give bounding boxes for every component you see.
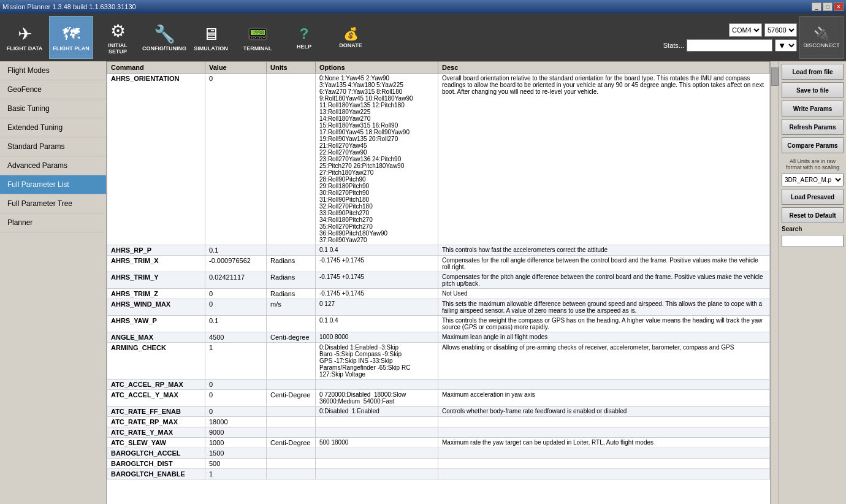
table-row[interactable]: AHRS_TRIM_X-0.000976562Radians-0.1745 +0… (107, 256, 770, 272)
param-value[interactable]: 4500 (205, 332, 267, 343)
table-row[interactable]: AHRS_ORIENTATION00:None 1:Yaw45 2:Yaw90 … (107, 74, 770, 245)
initial-setup-icon: ⚙ (110, 21, 126, 41)
param-value[interactable]: 0 (205, 407, 267, 417)
param-table-container[interactable]: Command Value Units Options Desc AHRS_OR… (107, 61, 770, 504)
search-input[interactable] (782, 235, 844, 247)
disconnect-button[interactable]: 🔌 DISCONNECT (799, 16, 844, 59)
table-row[interactable]: AHRS_WIND_MAX0m/s0 127This sets the maxi… (107, 299, 770, 316)
toolbar-help[interactable]: ? HELP (282, 16, 326, 59)
toolbar-flight-data-label: FLIGHT DATA (7, 45, 43, 52)
param-desc (438, 427, 770, 438)
sidebar-item-advanced-params[interactable]: Advanced Params (0, 156, 106, 175)
param-options: 0:Disabled 1:Enabled -3:Skip Baro -5:Ski… (316, 343, 438, 380)
load-presaved-button[interactable]: Load Presaved (782, 189, 844, 205)
sidebar-item-planner[interactable]: Planner (0, 213, 106, 232)
sidebar-item-full-parameter-list[interactable]: Full Parameter List (0, 175, 106, 194)
compare-params-button[interactable]: Compare Params (782, 137, 844, 153)
param-desc: Controls whether body-frame rate feedfow… (438, 407, 770, 417)
refresh-params-button[interactable]: Refresh Params (782, 119, 844, 135)
table-row[interactable]: BAROGLTCH_ACCEL1500 (107, 448, 770, 459)
param-value[interactable]: 0 (205, 74, 267, 245)
sidebar-item-extended-tuning[interactable]: Extended Tuning (0, 118, 106, 137)
table-row[interactable]: ARMING_CHECK10:Disabled 1:Enabled -3:Ski… (107, 343, 770, 380)
main-layout: Flight Modes GeoFence Basic Tuning Exten… (0, 61, 846, 504)
table-row[interactable]: AHRS_TRIM_Z0Radians-0.1745 +0.1745Not Us… (107, 289, 770, 299)
param-options (316, 427, 438, 438)
reset-to-default-button[interactable]: Reset to Default (782, 207, 844, 223)
toolbar-flight-plan[interactable]: 🗺 FLIGHT PLAN (49, 16, 93, 59)
param-options: 0 127 (316, 299, 438, 316)
toolbar-terminal[interactable]: 📟 TERMINAL (235, 16, 280, 59)
table-row[interactable]: AHRS_YAW_P0.10.1 0.4This controls the we… (107, 316, 770, 332)
param-command: ATC_ACCEL_RP_MAX (107, 380, 205, 390)
param-value[interactable]: 500 (205, 459, 267, 469)
disconnect-label: DISCONNECT (803, 42, 840, 48)
load-from-file-button[interactable]: Load from file (782, 64, 844, 80)
header-units: Units (267, 62, 316, 74)
toolbar-initial-setup[interactable]: ⚙ INITIAL SETUP (96, 16, 140, 59)
param-command: ARMING_CHECK (107, 343, 205, 380)
scrollbar[interactable] (770, 61, 779, 504)
param-value[interactable]: 18000 (205, 417, 267, 427)
sidebar-item-basic-tuning[interactable]: Basic Tuning (0, 99, 106, 118)
param-value[interactable]: 0 (205, 289, 267, 299)
table-row[interactable]: ATC_RATE_FF_ENAB00:Disabled 1:EnabledCon… (107, 407, 770, 417)
minimize-button[interactable]: _ (812, 2, 821, 11)
close-button[interactable]: ✕ (834, 2, 844, 11)
toolbar-config-tuning-label: CONFIG/TUNING (142, 45, 186, 52)
param-options: -0.1745 +0.1745 (316, 256, 438, 272)
param-value[interactable]: 0 (205, 299, 267, 316)
maximize-button[interactable]: □ (823, 2, 833, 11)
save-to-file-button[interactable]: Save to file (782, 82, 844, 98)
toolbar-config-tuning[interactable]: 🔧 CONFIG/TUNING (142, 16, 186, 59)
profile-select[interactable]: 3DR_AERO_M.p (782, 173, 844, 186)
param-value[interactable]: 1000 (205, 438, 267, 448)
toolbar-simulation[interactable]: 🖥 SIMULATION (189, 16, 233, 59)
param-options (316, 448, 438, 459)
stats-input[interactable] (687, 39, 772, 52)
param-value[interactable]: -0.000976562 (205, 256, 267, 272)
sidebar: Flight Modes GeoFence Basic Tuning Exten… (0, 61, 107, 504)
table-row[interactable]: ATC_SLEW_YAW1000Centi-Degree500 18000Max… (107, 438, 770, 448)
toolbar: ✈ FLIGHT DATA 🗺 FLIGHT PLAN ⚙ INITIAL SE… (0, 13, 846, 61)
table-row[interactable]: ATC_ACCEL_Y_MAX0Centi-Degree0 720000:Dis… (107, 390, 770, 407)
table-row[interactable]: BAROGLTCH_ENABLE1 (107, 469, 770, 479)
content-area: Command Value Units Options Desc AHRS_OR… (107, 61, 779, 504)
param-desc: Allows enabling or disabling of pre-armi… (438, 343, 770, 380)
search-label: Search (782, 226, 844, 232)
param-value[interactable]: 0 (205, 390, 267, 407)
stats-dropdown[interactable]: ▼ (775, 39, 797, 52)
table-row[interactable]: ATC_RATE_RP_MAX18000 (107, 417, 770, 427)
param-value[interactable]: 0 (205, 380, 267, 390)
param-value[interactable]: 0.1 (205, 316, 267, 332)
param-value[interactable]: 1500 (205, 448, 267, 459)
param-command: BAROGLTCH_ENABLE (107, 469, 205, 479)
param-value[interactable]: 0.02421117 (205, 272, 267, 289)
param-desc: Maximum rate the yaw target can be updat… (438, 438, 770, 448)
param-command: ANGLE_MAX (107, 332, 205, 343)
sidebar-item-full-parameter-tree[interactable]: Full Parameter Tree (0, 194, 106, 213)
table-row[interactable]: AHRS_RP_P0.10.1 0.4This controls how fas… (107, 245, 770, 256)
param-value[interactable]: 9000 (205, 427, 267, 438)
scrollbar-thumb[interactable] (771, 67, 779, 86)
com-port-select[interactable]: COM4 (729, 23, 762, 37)
param-desc: Not Used (438, 289, 770, 299)
config-tuning-icon: 🔧 (154, 24, 175, 44)
sidebar-item-flight-modes[interactable]: Flight Modes (0, 61, 106, 80)
param-value[interactable]: 1 (205, 343, 267, 380)
table-row[interactable]: ANGLE_MAX4500Centi-degree1000 8000Maximu… (107, 332, 770, 343)
toolbar-flight-data[interactable]: ✈ FLIGHT DATA (2, 16, 47, 59)
toolbar-donate[interactable]: 💰 DONATE (329, 16, 373, 59)
param-units: Radians (267, 256, 316, 272)
param-command: BAROGLTCH_DIST (107, 459, 205, 469)
write-params-button[interactable]: Write Params (782, 101, 844, 116)
param-value[interactable]: 1 (205, 469, 267, 479)
baud-rate-select[interactable]: 57600 (764, 23, 797, 37)
param-value[interactable]: 0.1 (205, 245, 267, 256)
table-row[interactable]: ATC_RATE_Y_MAX9000 (107, 427, 770, 438)
table-row[interactable]: ATC_ACCEL_RP_MAX0 (107, 380, 770, 390)
table-row[interactable]: BAROGLTCH_DIST500 (107, 459, 770, 469)
table-row[interactable]: AHRS_TRIM_Y0.02421117Radians-0.1745 +0.1… (107, 272, 770, 289)
sidebar-item-geofence[interactable]: GeoFence (0, 80, 106, 99)
sidebar-item-standard-params[interactable]: Standard Params (0, 137, 106, 156)
